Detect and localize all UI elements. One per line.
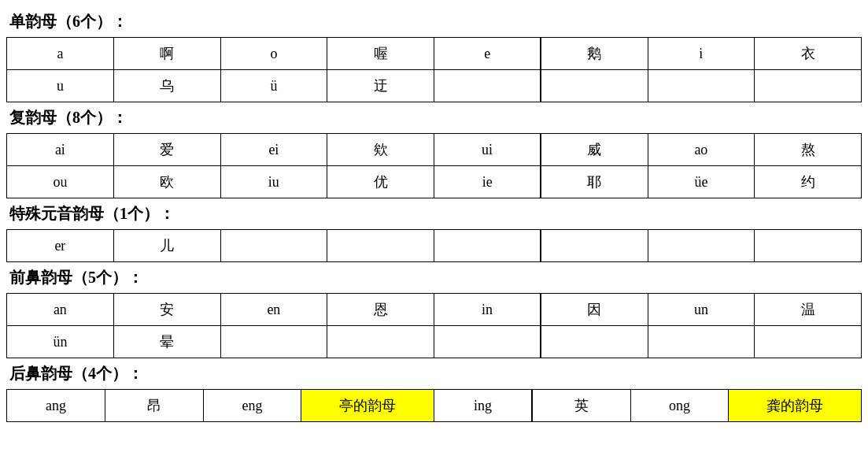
table-cell: 啊 — [113, 38, 220, 70]
table-cell — [648, 70, 755, 102]
table-cell: 恩 — [327, 294, 434, 326]
table-cell — [327, 230, 434, 262]
table-cell: ü — [220, 70, 327, 102]
front-nasal-table: an安en恩in因un温ün晕 — [6, 293, 862, 358]
table-cell: 昂 — [105, 390, 203, 422]
table-cell: u — [7, 70, 114, 102]
table-cell: iu — [220, 166, 327, 198]
table-cell: 安 — [113, 294, 220, 326]
table-cell: e — [434, 38, 541, 70]
table-cell: an — [7, 294, 114, 326]
table-cell: un — [648, 294, 755, 326]
table-cell: eng — [203, 390, 301, 422]
table-cell — [434, 70, 541, 102]
table-cell — [541, 230, 648, 262]
table-cell: üe — [648, 166, 755, 198]
table-cell: o — [220, 38, 327, 70]
table-cell: 约 — [755, 166, 862, 198]
front-nasal-header: 前鼻韵母（5个）： — [6, 262, 862, 293]
table-cell: ing — [434, 390, 532, 422]
special-vowels-header: 特殊元音韵母（1个）： — [6, 198, 862, 229]
table-cell — [755, 326, 862, 358]
table-cell: 亭的韵母 — [301, 390, 434, 422]
back-nasal-header: 后鼻韵母（4个）： — [6, 358, 862, 389]
table-cell: 温 — [755, 294, 862, 326]
table-cell: ou — [7, 166, 114, 198]
table-cell: ong — [630, 390, 729, 422]
table-cell: ün — [7, 326, 114, 358]
table-cell — [541, 70, 648, 102]
single-vowels-header: 单韵母（6个）： — [6, 6, 862, 37]
table-cell: ai — [7, 134, 114, 166]
table-cell: 欸 — [327, 134, 434, 166]
table-cell: 喔 — [327, 38, 434, 70]
table-cell — [434, 230, 541, 262]
table-cell — [220, 230, 327, 262]
table-cell: 欧 — [113, 166, 220, 198]
table-cell: er — [7, 230, 114, 262]
table-cell: 晕 — [113, 326, 220, 358]
page-container: 单韵母（6个）： a啊o喔e鹅i衣u乌ü迂 复韵母（8个）： ai爱ei欸ui威… — [0, 0, 868, 428]
table-cell: 儿 — [113, 230, 220, 262]
table-cell: 熬 — [755, 134, 862, 166]
table-cell: ang — [7, 390, 105, 422]
special-vowels-table: er儿 — [6, 229, 862, 262]
compound-vowels-header: 复韵母（8个）： — [6, 102, 862, 133]
table-cell — [648, 326, 755, 358]
table-cell: 爱 — [113, 134, 220, 166]
table-cell: 龚的韵母 — [729, 390, 862, 422]
table-cell: in — [434, 294, 541, 326]
table-cell: i — [648, 38, 755, 70]
table-cell: 优 — [327, 166, 434, 198]
table-cell: 迂 — [327, 70, 434, 102]
table-cell — [541, 326, 648, 358]
table-cell — [434, 326, 541, 358]
table-cell: ui — [434, 134, 541, 166]
back-nasal-table: ang昂eng亭的韵母ing英ong龚的韵母 — [6, 389, 862, 422]
single-vowels-table: a啊o喔e鹅i衣u乌ü迂 — [6, 37, 862, 102]
table-cell: ie — [434, 166, 541, 198]
table-cell: ao — [648, 134, 755, 166]
table-cell: 威 — [541, 134, 648, 166]
table-cell: 因 — [541, 294, 648, 326]
table-cell: ei — [220, 134, 327, 166]
table-cell — [648, 230, 755, 262]
table-cell — [220, 326, 327, 358]
table-cell: 耶 — [541, 166, 648, 198]
table-cell: en — [220, 294, 327, 326]
table-cell — [327, 326, 434, 358]
table-cell — [755, 230, 862, 262]
table-cell: a — [7, 38, 114, 70]
table-cell: 衣 — [755, 38, 862, 70]
table-cell: 英 — [532, 390, 630, 422]
table-cell: 鹅 — [541, 38, 648, 70]
table-cell — [755, 70, 862, 102]
table-cell: 乌 — [113, 70, 220, 102]
compound-vowels-table: ai爱ei欸ui威ao熬ou欧iu优ie耶üe约 — [6, 133, 862, 198]
